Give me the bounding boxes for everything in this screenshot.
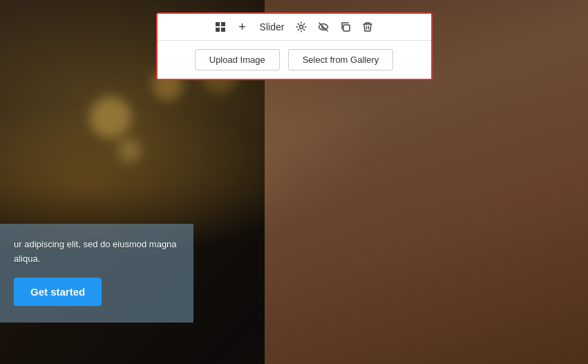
- page-wrapper: + Slider: [0, 0, 588, 364]
- settings-icon[interactable]: [294, 19, 309, 35]
- svg-rect-2: [216, 28, 220, 32]
- toolbar-top: + Slider: [158, 14, 431, 41]
- svg-rect-1: [221, 22, 225, 26]
- bokeh-light-1: [90, 97, 131, 138]
- svg-rect-5: [343, 25, 350, 31]
- add-icon[interactable]: +: [235, 19, 250, 35]
- visibility-off-icon[interactable]: [316, 19, 331, 35]
- toolbar-buttons: Upload Image Select from Gallery: [158, 41, 431, 79]
- text-overlay: ur adipiscing elit, sed do eiusmod magna…: [0, 224, 193, 323]
- get-started-button[interactable]: Get started: [14, 278, 102, 306]
- svg-point-4: [300, 26, 303, 29]
- copy-icon[interactable]: [338, 19, 353, 35]
- grid-icon[interactable]: [213, 19, 228, 35]
- slider-label: Slider: [260, 21, 285, 32]
- svg-rect-3: [221, 28, 225, 32]
- toolbar-container: + Slider: [156, 12, 433, 80]
- svg-rect-0: [216, 22, 220, 26]
- bokeh-light-3: [117, 138, 142, 162]
- select-from-gallery-button[interactable]: Select from Gallery: [288, 49, 394, 70]
- upload-image-button[interactable]: Upload Image: [195, 49, 280, 70]
- trash-icon[interactable]: [360, 19, 375, 35]
- overlay-text: ur adipiscing elit, sed do eiusmod magna…: [14, 238, 180, 267]
